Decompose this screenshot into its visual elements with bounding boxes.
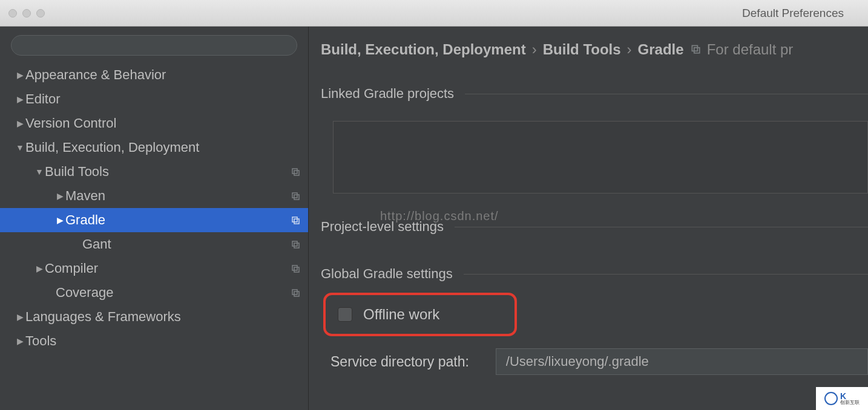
search-input[interactable]: [11, 35, 297, 56]
chevron-down-icon: ▼: [15, 143, 25, 152]
chevron-right-icon: ▶: [15, 336, 25, 346]
svg-rect-3: [294, 171, 299, 175]
breadcrumb-trail: For default pr: [707, 41, 794, 58]
tree-item-build-tools[interactable]: ▼Build Tools: [0, 160, 308, 184]
tree-item-tools[interactable]: ▶Tools: [0, 329, 308, 353]
chevron-right-icon: ▶: [15, 119, 25, 128]
content-panel: Build, Execution, Deployment › Build Too…: [309, 27, 868, 410]
section-global-settings: Global Gradle settings: [321, 266, 868, 282]
svg-rect-7: [294, 219, 299, 224]
chevron-right-icon: ▶: [54, 191, 65, 201]
breadcrumb: Build, Execution, Deployment › Build Too…: [321, 41, 868, 58]
window-controls: [8, 9, 45, 18]
chevron-right-icon: ▶: [15, 70, 25, 80]
chevron-right-icon: ▶: [15, 312, 25, 322]
search-wrap: [0, 35, 308, 63]
breadcrumb-seg: Build, Execution, Deployment: [321, 41, 526, 58]
linked-projects-list[interactable]: [333, 121, 868, 194]
svg-rect-10: [292, 265, 297, 270]
tree-item-languages[interactable]: ▶Languages & Frameworks: [0, 305, 308, 329]
project-scope-icon: [290, 239, 301, 250]
svg-rect-12: [292, 290, 297, 294]
chevron-right-icon: ›: [532, 41, 537, 58]
tree-item-build-execution-deployment[interactable]: ▼Build, Execution, Deployment: [0, 135, 308, 160]
logo-icon: [824, 392, 838, 405]
svg-rect-6: [292, 217, 297, 222]
svg-rect-11: [294, 267, 299, 272]
chevron-right-icon: ▶: [15, 94, 25, 104]
tree-item-gradle[interactable]: ▶Gradle: [0, 208, 308, 232]
tree-item-coverage[interactable]: Coverage: [0, 281, 308, 305]
divider: [455, 227, 868, 227]
window-title: Default Preferences: [742, 7, 844, 20]
logo-badge: K 创新互联: [816, 387, 868, 410]
svg-rect-15: [694, 48, 699, 53]
svg-rect-13: [294, 291, 299, 296]
project-scope-icon: [290, 287, 301, 298]
project-scope-icon: [290, 166, 301, 177]
tree-item-gant[interactable]: Gant: [0, 232, 308, 256]
section-linked-projects: Linked Gradle projects: [321, 86, 868, 102]
zoom-window-button[interactable]: [36, 9, 45, 18]
divider: [465, 94, 868, 94]
svg-rect-5: [294, 195, 299, 200]
divider: [464, 274, 868, 275]
offline-work-label: Offline work: [363, 306, 439, 323]
chevron-down-icon: ▼: [34, 167, 45, 177]
service-directory-row: Service directory path:: [321, 348, 868, 375]
svg-rect-9: [294, 243, 299, 248]
project-scope-icon: [290, 215, 301, 226]
breadcrumb-seg: Build Tools: [543, 41, 621, 58]
svg-rect-8: [292, 241, 297, 246]
offline-work-checkbox[interactable]: [338, 307, 352, 322]
sidebar: ▶Appearance & Behavior ▶Editor ▶Version …: [0, 27, 309, 410]
project-scope-icon: [690, 41, 701, 58]
tree-item-appearance[interactable]: ▶Appearance & Behavior: [0, 63, 308, 87]
offline-work-highlight: Offline work: [323, 293, 517, 336]
close-window-button[interactable]: [8, 9, 17, 18]
tree-item-vcs[interactable]: ▶Version Control: [0, 111, 308, 135]
service-directory-label: Service directory path:: [321, 354, 469, 370]
minimize-window-button[interactable]: [22, 9, 31, 18]
chevron-right-icon: ▶: [54, 215, 65, 225]
svg-rect-4: [292, 193, 297, 198]
tree-item-maven[interactable]: ▶Maven: [0, 184, 308, 208]
titlebar: Default Preferences: [0, 0, 868, 27]
tree-item-compiler[interactable]: ▶Compiler: [0, 256, 308, 281]
settings-tree: ▶Appearance & Behavior ▶Editor ▶Version …: [0, 63, 308, 353]
section-project-level: Project-level settings: [321, 219, 868, 235]
breadcrumb-seg: Gradle: [638, 41, 684, 58]
svg-rect-2: [292, 169, 297, 174]
svg-rect-14: [692, 45, 697, 51]
project-scope-icon: [290, 190, 301, 201]
chevron-right-icon: ▶: [34, 264, 45, 273]
tree-item-editor[interactable]: ▶Editor: [0, 87, 308, 111]
project-scope-icon: [290, 263, 301, 274]
chevron-right-icon: ›: [627, 41, 632, 58]
main: ▶Appearance & Behavior ▶Editor ▶Version …: [0, 27, 868, 410]
service-directory-input[interactable]: [496, 348, 868, 375]
